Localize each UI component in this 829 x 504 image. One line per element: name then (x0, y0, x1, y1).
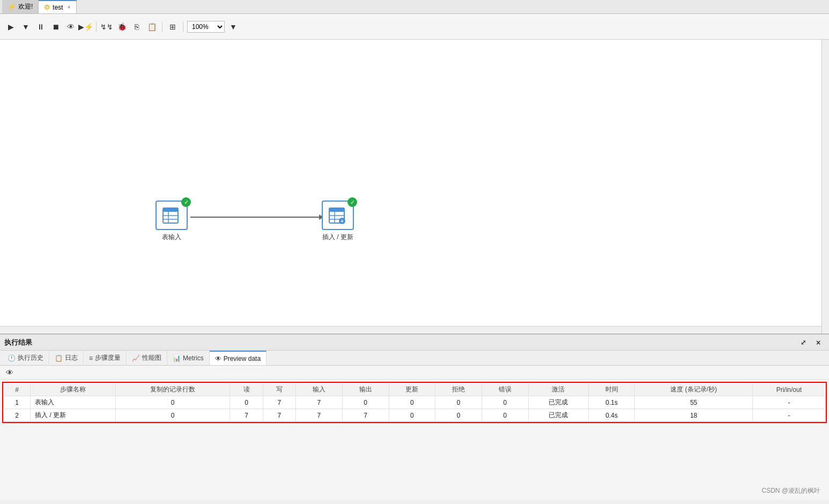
watermark: CSDN @凌乱的枫叶 (761, 486, 820, 495)
results-eye-icon[interactable]: 👁 (3, 366, 16, 379)
table-cell: - (752, 396, 825, 409)
bottom-panel: 执行结果 ⤢ × 🕐 执行历史 📋 日志 ≡ 步骤度量 📈 性能图 (0, 333, 829, 500)
dropdown-btn[interactable]: ▼ (19, 20, 32, 33)
table-cell: 18 (635, 409, 752, 422)
table-row: 1表输入00770000已完成0.1s55- (4, 396, 826, 409)
results-table: # 步骤名称 复制的记录行数 读 写 输入 输出 更新 拒绝 错误 激活 时间 … (3, 383, 826, 422)
exec-history-label: 执行历史 (18, 353, 43, 362)
col-copied: 复制的记录行数 (115, 383, 230, 396)
run-btn[interactable]: ▶ (4, 20, 17, 33)
col-time: 时间 (588, 383, 635, 396)
col-output: 输出 (342, 383, 389, 396)
table-cell: 0 (435, 409, 482, 422)
table-header-row: # 步骤名称 复制的记录行数 读 写 输入 输出 更新 拒绝 错误 激活 时间 … (4, 383, 826, 396)
col-number: # (4, 383, 31, 396)
zoom-select[interactable]: 100% 50% 75% 125% 150% 200% (187, 21, 225, 33)
pause-btn[interactable]: ⏸ (34, 20, 47, 33)
tab-welcome-label: 欢迎! (18, 2, 33, 11)
debug-btn[interactable]: 🐞 (115, 20, 128, 33)
table-cell: 0 (230, 396, 263, 409)
col-pri: Pri/in/out (752, 383, 825, 396)
panel-expand-btn[interactable]: ⤢ (797, 336, 810, 349)
test-tab-icon: ⚙ (44, 3, 50, 11)
table-cell: 7 (263, 396, 295, 409)
node-insert-update[interactable]: ✓ + 插入 / 更新 (322, 201, 354, 242)
tab-perf[interactable]: 📈 性能图 (127, 351, 167, 365)
col-active: 激活 (528, 383, 588, 396)
zoom-dropdown[interactable]: ▼ (227, 20, 240, 33)
table-cell: 插入 / 更新 (31, 409, 116, 422)
panel-close-btn[interactable]: × (812, 336, 825, 349)
node-check-2: ✓ (347, 197, 357, 207)
metrics-label: Metrics (183, 354, 204, 362)
canvas-area[interactable]: ✓ 表输入 ✓ (0, 40, 829, 333)
col-step-name: 步骤名称 (31, 383, 116, 396)
node-box-table-input[interactable]: ✓ (156, 201, 188, 230)
table-cell: 7 (296, 396, 343, 409)
separator3 (183, 21, 183, 32)
separator2 (162, 21, 162, 32)
copy-btn[interactable]: ⎘ (130, 20, 143, 33)
insert-update-icon: + (328, 206, 347, 225)
tab-test[interactable]: ⚙ test × (39, 0, 76, 13)
tab-metrics[interactable]: 📊 Metrics (167, 351, 210, 365)
node-table-input[interactable]: ✓ 表输入 (156, 201, 188, 242)
col-update: 更新 (389, 383, 435, 396)
svg-text:+: + (341, 218, 344, 224)
table-cell: 0.1s (588, 396, 635, 409)
table-cell: 0 (115, 409, 230, 422)
col-speed: 速度 (条记录/秒) (635, 383, 752, 396)
node-label-1: 表输入 (162, 233, 181, 242)
step-btn[interactable]: ↯↯ (100, 20, 113, 33)
svg-rect-1 (163, 208, 178, 212)
paste-btn[interactable]: 📋 (145, 20, 158, 33)
tab-exec-history[interactable]: 🕐 执行历史 (2, 351, 49, 365)
table-cell: 已完成 (528, 396, 588, 409)
grid-btn[interactable]: ⊞ (166, 20, 179, 33)
preview-btn[interactable]: 👁 (64, 20, 77, 33)
preview-icon: 👁 (215, 355, 221, 362)
table-cell: 7 (296, 409, 343, 422)
tab-test-label: test (53, 4, 63, 11)
node-box-insert-update[interactable]: ✓ + (322, 201, 354, 230)
main-area: ✓ 表输入 ✓ (0, 40, 829, 500)
welcome-icon: ⚡ (8, 3, 16, 11)
tab-steps[interactable]: ≡ 步骤度量 (84, 351, 127, 365)
table-cell: 已完成 (528, 409, 588, 422)
table-cell: 0 (342, 396, 389, 409)
results-table-wrap[interactable]: # 步骤名称 复制的记录行数 读 写 输入 输出 更新 拒绝 错误 激活 时间 … (2, 382, 827, 423)
log-icon: 📋 (55, 354, 63, 362)
table-cell: 7 (342, 409, 389, 422)
table-row: 2插入 / 更新07777000已完成0.4s18- (4, 409, 826, 422)
table-cell: - (752, 409, 825, 422)
preview-label: Preview data (224, 355, 261, 362)
table-cell: 0 (389, 396, 435, 409)
col-error: 错误 (482, 383, 528, 396)
perf-label: 性能图 (142, 353, 161, 362)
toolbar: ▶ ▼ ⏸ ⏹ 👁 ▶⚡ ↯↯ 🐞 ⎘ 📋 ⊞ 100% 50% 75% 125… (0, 14, 829, 40)
col-write: 写 (263, 383, 295, 396)
panel-controls: ⤢ × (797, 336, 825, 349)
panel-title: 执行结果 (4, 338, 32, 347)
table-cell: 7 (263, 409, 295, 422)
stop-btn[interactable]: ⏹ (49, 20, 62, 33)
table-cell: 7 (230, 409, 263, 422)
steps-icon: ≡ (89, 354, 93, 362)
metrics-icon: 📊 (173, 354, 181, 362)
tab-log[interactable]: 📋 日志 (49, 351, 84, 365)
canvas-scroll-right[interactable] (821, 40, 829, 333)
perf-icon: 📈 (132, 354, 140, 362)
run2-btn[interactable]: ▶⚡ (79, 20, 92, 33)
table-cell: 0 (435, 396, 482, 409)
results-toolbar: 👁 (0, 366, 829, 380)
tab-close-icon[interactable]: × (68, 4, 71, 10)
panel-tabs: 🕐 执行历史 📋 日志 ≡ 步骤度量 📈 性能图 📊 Metrics 👁 (0, 351, 829, 366)
tab-welcome[interactable]: ⚡ 欢迎! (2, 0, 39, 13)
tab-preview[interactable]: 👁 Preview data (210, 351, 267, 365)
table-cell: 2 (4, 409, 31, 422)
canvas-scroll-bottom[interactable] (0, 326, 821, 333)
table-cell: 表输入 (31, 396, 116, 409)
panel-header: 执行结果 ⤢ × (0, 335, 829, 351)
results-tbody: 1表输入00770000已完成0.1s55-2插入 / 更新07777000已完… (4, 396, 826, 422)
connector-arrow (190, 214, 324, 220)
